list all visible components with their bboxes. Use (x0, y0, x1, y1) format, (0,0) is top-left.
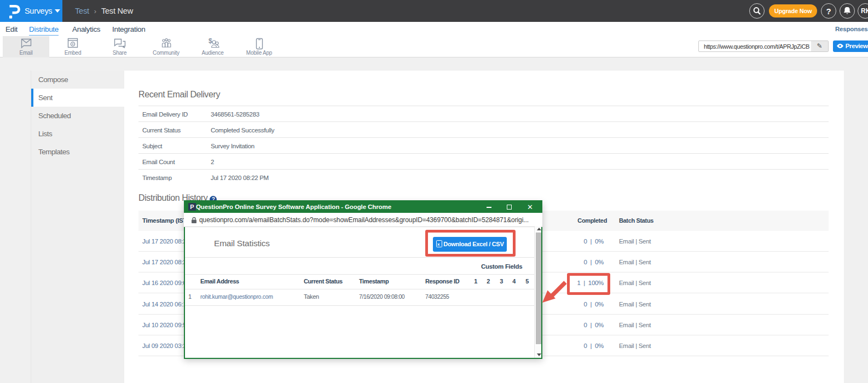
svg-text:$: $ (209, 38, 212, 45)
